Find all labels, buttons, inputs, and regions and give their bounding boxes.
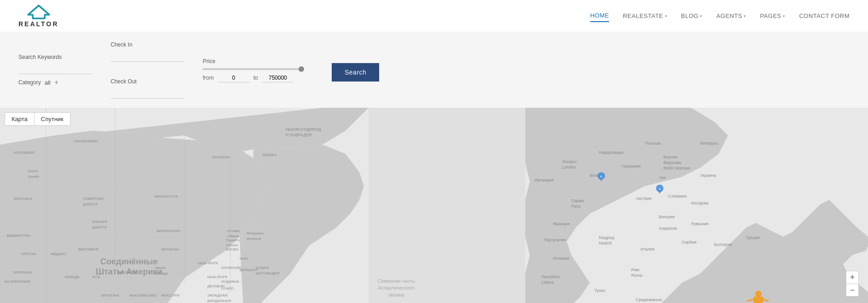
svg-text:London: London xyxy=(562,165,576,169)
nav-item-pages[interactable]: PAGES ▾ xyxy=(760,10,786,22)
check-out-label: Check Out xyxy=(111,78,184,85)
svg-text:Словакия: Словакия xyxy=(668,194,687,198)
svg-text:ЮТА: ЮТА xyxy=(92,275,100,279)
svg-text:И ЛАБРАДОР: И ЛАБРАДОР xyxy=(286,133,312,137)
svg-text:НЬЮ-ЙОРК: НЬЮ-ЙОРК xyxy=(198,261,218,265)
nav-item-agents[interactable]: AGENTS ▾ xyxy=(716,10,746,22)
map-tab-button[interactable]: Карта xyxy=(5,112,34,126)
svg-text:Тунис: Тунис xyxy=(594,288,605,293)
category-row: Category all + xyxy=(18,79,92,86)
svg-text:H: H xyxy=(658,187,661,191)
zoom-in-button[interactable]: + xyxy=(846,271,859,284)
add-category-button[interactable]: + xyxy=(54,79,59,86)
price-to-input[interactable] xyxy=(262,74,294,82)
svg-text:НЬЮ-ЙОРК: НЬЮ-ЙОРК xyxy=(207,275,228,279)
map-background: Северная часть Атлантического океана Сое… xyxy=(0,108,868,303)
svg-text:Берлин: Берлин xyxy=(663,155,678,159)
satellite-tab-button[interactable]: Спутник xyxy=(34,112,70,126)
svg-text:НЬЮФАУНДЛЕНД: НЬЮФАУНДЛЕНД xyxy=(286,127,321,132)
price-from-label: from xyxy=(203,75,214,81)
keywords-group: Search Keywords Category all + xyxy=(18,54,92,86)
svg-text:Беларусь: Беларусь xyxy=(700,141,719,146)
map-container: Северная часть Атлантического океана Сое… xyxy=(0,108,868,303)
chevron-down-icon: ▾ xyxy=(783,14,786,18)
price-slider-container xyxy=(203,68,313,70)
svg-text:ДАКОТА: ДАКОТА xyxy=(83,202,98,206)
price-slider[interactable] xyxy=(203,68,304,70)
main-nav: HOME REALESTATE ▾ BLOG ▾ AGENTS ▾ PAGES … xyxy=(590,10,850,22)
svg-text:КАЛИФОРНИЯ: КАЛИФОРНИЯ xyxy=(5,280,30,284)
svg-text:АЙДАХО: АЙДАХО xyxy=(51,252,66,256)
category-value: all xyxy=(45,79,51,86)
chevron-down-icon: ▾ xyxy=(744,14,746,18)
nav-item-home[interactable]: HOME xyxy=(590,10,609,22)
category-label: Category xyxy=(18,79,41,86)
svg-rect-128 xyxy=(753,297,763,303)
svg-text:Монреаль: Монреаль xyxy=(246,231,264,235)
svg-text:Болгария: Болгария xyxy=(714,242,732,247)
svg-text:Мадрид: Мадрид xyxy=(599,235,615,240)
nav-item-realestate[interactable]: REALESTATE ▾ xyxy=(623,10,667,22)
svg-text:АЙОВА: АЙОВА xyxy=(226,247,239,251)
header: REALTOR HOME REALESTATE ▾ BLOG ▾ AGENTS … xyxy=(0,0,868,32)
svg-text:Торонто: Торонто xyxy=(226,238,240,242)
svg-text:Lisboa: Lisboa xyxy=(541,280,554,285)
svg-text:Berlin Warsaw: Berlin Warsaw xyxy=(663,166,690,170)
svg-text:СЕВЕРНАЯ: СЕВЕРНАЯ xyxy=(83,197,103,201)
price-range-row: from to xyxy=(203,74,313,82)
check-in-input[interactable] xyxy=(111,51,184,62)
svg-text:НОВАЯ: НОВАЯ xyxy=(256,266,269,270)
svg-text:Венгрия: Венгрия xyxy=(659,215,674,219)
check-out-input[interactable] xyxy=(111,87,184,99)
keywords-input[interactable] xyxy=(18,63,92,74)
zoom-out-button[interactable]: − xyxy=(846,284,859,297)
svg-text:Австрия: Австрия xyxy=(636,196,651,201)
logo[interactable]: REALTOR xyxy=(18,5,59,28)
svg-text:Германия: Германия xyxy=(622,164,640,169)
svg-text:Париж: Париж xyxy=(571,198,584,203)
svg-text:ИЛЛИНОЙС: ИЛЛИНОЙС xyxy=(221,266,242,270)
svg-text:ДЕЛАВЭР: ДЕЛАВЭР xyxy=(207,284,225,288)
check-in-label: Check In xyxy=(111,41,184,48)
nav-item-contact[interactable]: CONTACT FORM xyxy=(799,10,850,22)
svg-text:Варшава: Варшава xyxy=(663,160,681,165)
svg-text:Сиэтл: Сиэтл xyxy=(28,169,38,173)
price-section: Price from to xyxy=(203,58,313,82)
svg-text:Франция: Франция xyxy=(553,221,570,226)
search-button[interactable]: Search xyxy=(332,63,379,82)
svg-text:Италия: Италия xyxy=(640,247,655,251)
svg-text:МИЧИГАН: МИЧИГАН xyxy=(161,247,179,251)
svg-text:Польша: Польша xyxy=(645,141,660,146)
search-bar: Search Keywords Category all + Check In … xyxy=(0,32,868,108)
svg-text:Chicago: Chicago xyxy=(154,271,168,275)
svg-text:Ottawa: Ottawa xyxy=(227,234,239,238)
map-zoom-controls: + − xyxy=(846,271,859,297)
svg-text:ЮЖНАЯ: ЮЖНАЯ xyxy=(92,220,107,224)
price-to-label: to xyxy=(253,75,258,81)
svg-text:Хорватия: Хорватия xyxy=(659,226,677,231)
price-from-input[interactable] xyxy=(217,74,250,82)
svg-text:ВЕРМОНТ: ВЕРМОНТ xyxy=(240,268,258,272)
svg-text:Montreal: Montreal xyxy=(246,237,261,241)
svg-text:Средиземное: Средиземное xyxy=(636,297,662,302)
svg-text:Лиссабон: Лиссабон xyxy=(541,274,560,279)
svg-text:Сербия: Сербия xyxy=(682,240,697,245)
svg-text:Молдова: Молдова xyxy=(691,201,709,205)
svg-text:ВИСКОНСИН: ВИСКОНСИН xyxy=(157,229,180,233)
svg-text:ВАЙОМИНГ: ВАЙОМИНГ xyxy=(78,247,100,251)
svg-text:Испания: Испания xyxy=(553,256,569,261)
svg-text:Рим: Рим xyxy=(631,268,639,272)
svg-text:ДАКОТА: ДАКОТА xyxy=(92,225,107,229)
svg-text:океана: океана xyxy=(388,292,405,297)
svg-text:МИССУРИ: МИССУРИ xyxy=(161,293,180,297)
svg-text:ИНДИАНА: ИНДИАНА xyxy=(221,280,240,284)
svg-text:H: H xyxy=(600,175,602,178)
map-controls: Карта Спутник xyxy=(5,112,70,126)
svg-rect-3 xyxy=(369,108,525,303)
svg-text:Чикаго: Чикаго xyxy=(154,266,166,270)
nav-item-blog[interactable]: BLOG ▾ xyxy=(681,10,703,22)
svg-text:САСКАЧЕВАН: САСКАЧЕВАН xyxy=(74,139,98,143)
chevron-down-icon: ▾ xyxy=(700,14,703,18)
svg-text:Греция: Греция xyxy=(746,235,760,240)
svg-text:ШОТЛАНДИЯ: ШОТЛАНДИЯ xyxy=(256,271,280,275)
